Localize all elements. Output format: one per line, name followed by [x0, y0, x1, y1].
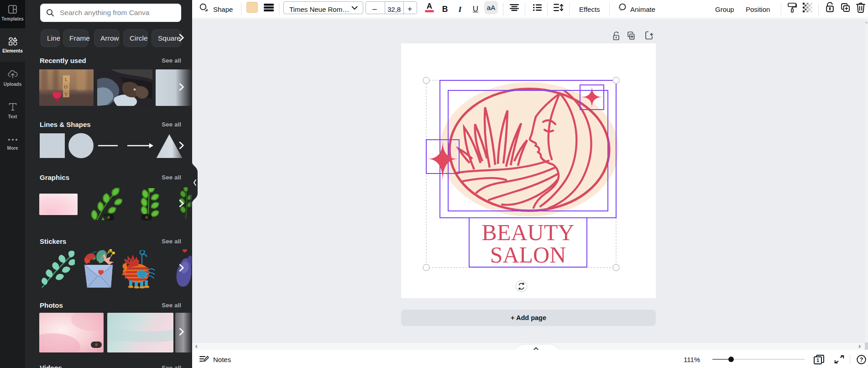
svg-text:BEAUTY: BEAUTY — [482, 220, 575, 245]
svg-text:O: O — [64, 84, 68, 89]
svg-text:1: 1 — [816, 357, 819, 363]
svg-text:?: ? — [860, 357, 863, 363]
svg-text:V: V — [64, 91, 68, 97]
svg-text:L: L — [65, 77, 68, 82]
svg-text:SALON: SALON — [490, 242, 566, 268]
svg-text:+ Add page: + Add page — [511, 314, 546, 321]
